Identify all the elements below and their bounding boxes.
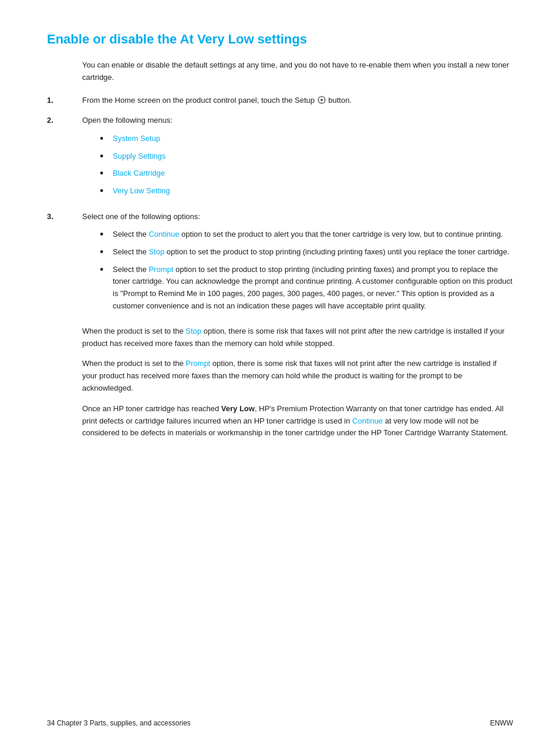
footer-left: 34 Chapter 3 Parts, supplies, and access… — [47, 718, 191, 728]
steps-list: 1. From the Home screen on the product c… — [47, 95, 513, 317]
step-1: 1. From the Home screen on the product c… — [47, 95, 513, 107]
bullet-text-supply-settings: Supply Settings — [113, 150, 166, 163]
bullet-continue: • Select the Continue option to set the … — [82, 228, 513, 241]
page-title: Enable or disable the At Very Low settin… — [47, 29, 513, 49]
footer-right: ENWW — [490, 718, 513, 728]
step-2-text: Open the following menus: — [82, 116, 173, 125]
bullet-text-prompt: Select the Prompt option to set the prod… — [113, 264, 513, 312]
bullet-prompt: • Select the Prompt option to set the pr… — [82, 264, 513, 312]
step-1-number: 1. — [47, 95, 82, 106]
step-3-content: Select one of the following options: • S… — [82, 211, 513, 317]
bullet-system-setup: • System Setup — [82, 133, 513, 146]
bullet-dot: • — [100, 167, 109, 180]
bullet-black-cartridge: • Black Cartridge — [82, 167, 513, 180]
prompt-link-1[interactable]: Prompt — [149, 265, 173, 274]
page-container: Enable or disable the At Very Low settin… — [0, 0, 560, 746]
bullet-text-black-cartridge: Black Cartridge — [113, 167, 165, 180]
bullet-text-continue: Select the Continue option to set the pr… — [113, 228, 503, 241]
svg-point-1 — [321, 99, 323, 101]
bullet-text-very-low-setting: Very Low Setting — [113, 185, 170, 197]
step-2: 2. Open the following menus: • System Se… — [47, 115, 513, 202]
stop-link-2[interactable]: Stop — [185, 327, 201, 335]
stop-link-1[interactable]: Stop — [149, 247, 164, 256]
bullet-dot: • — [100, 264, 109, 277]
bullet-supply-settings: • Supply Settings — [82, 150, 513, 163]
step-3-number: 3. — [47, 211, 82, 223]
bullet-dot: • — [100, 185, 109, 198]
paragraph-prompt-warning: When the product is set to the Prompt op… — [82, 358, 513, 394]
continue-link-1[interactable]: Continue — [149, 230, 179, 238]
step-2-bullets: • System Setup • Supply Settings • — [82, 133, 513, 197]
bullet-dot: • — [100, 228, 109, 241]
supply-settings-link[interactable]: Supply Settings — [113, 152, 166, 160]
continue-link-2[interactable]: Continue — [352, 416, 383, 425]
step-1-content: From the Home screen on the product cont… — [82, 95, 513, 107]
bullet-text-system-setup: System Setup — [113, 133, 160, 145]
paragraph-stop-warning: When the product is set to the Stop opti… — [82, 325, 513, 350]
prompt-link-2[interactable]: Prompt — [185, 359, 210, 368]
bullet-dot: • — [100, 246, 109, 259]
step-2-number: 2. — [47, 115, 82, 126]
bullet-dot: • — [100, 150, 109, 163]
step-2-content: Open the following menus: • System Setup… — [82, 115, 513, 202]
intro-paragraph: You can enable or disable the default se… — [82, 59, 513, 84]
step-3: 3. Select one of the following options: … — [47, 211, 513, 317]
page-footer: 34 Chapter 3 Parts, supplies, and access… — [47, 718, 513, 728]
very-low-setting-link[interactable]: Very Low Setting — [113, 186, 170, 195]
bullet-very-low-setting: • Very Low Setting — [82, 185, 513, 198]
step-3-bullets: • Select the Continue option to set the … — [82, 228, 513, 312]
step-3-text: Select one of the following options: — [82, 212, 200, 221]
bullet-text-stop: Select the Stop option to set the produc… — [113, 246, 510, 258]
very-low-bold: Very Low — [221, 404, 255, 413]
setup-icon — [318, 96, 326, 104]
bullet-stop: • Select the Stop option to set the prod… — [82, 246, 513, 259]
black-cartridge-link[interactable]: Black Cartridge — [113, 169, 165, 177]
paragraph-warranty: Once an HP toner cartridge has reached V… — [82, 403, 513, 439]
bullet-dot: • — [100, 133, 109, 146]
system-setup-link[interactable]: System Setup — [113, 134, 160, 143]
